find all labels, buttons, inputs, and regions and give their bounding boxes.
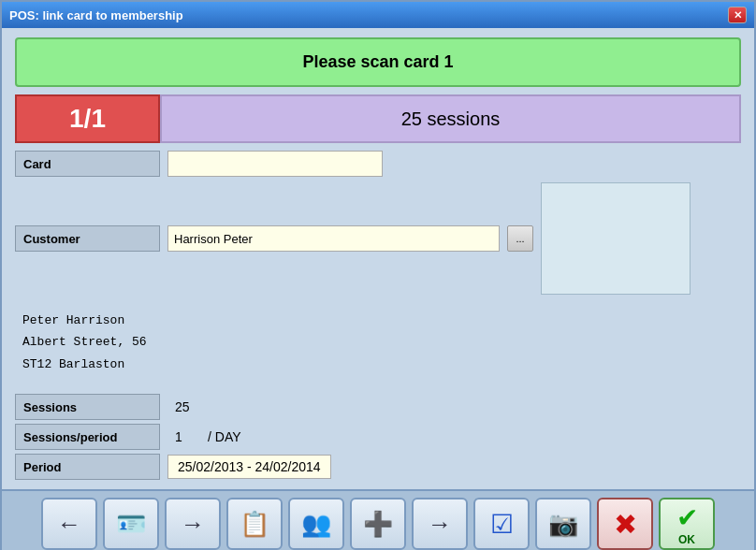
group-button[interactable]: 👥 [288,498,344,550]
membership-counter: 1/1 [15,94,160,143]
list-button[interactable]: 📋 [226,498,283,550]
membership-row: 1/1 25 sessions [15,94,741,143]
group-icon: 👥 [301,510,331,539]
sessions-period-label: Sessions/period [15,424,160,450]
webcam-button[interactable]: 📷 [535,498,591,550]
sessions-period-row: Sessions/period 1 / DAY [15,424,741,450]
next-button[interactable] [412,498,468,550]
customer-row: Customer ... [15,182,741,295]
sessions-label: Sessions [15,394,160,420]
toolbar: 🪪 📋 👥 ➕ ☑ 📷 ✖ ✔ OK [2,489,754,550]
cancel-button[interactable]: ✖ [597,498,653,550]
form-area: Card Customer ... [15,151,741,295]
sessions-period-value: 1 / DAY [167,426,249,448]
customer-photo [541,182,691,295]
add-icon: ➕ [363,510,393,539]
id-card-button[interactable]: 🪪 [103,498,159,550]
browse-button[interactable]: ... [507,225,533,252]
back-button[interactable] [41,498,97,550]
back-icon [57,510,81,539]
ok-btn-inner: ✔ OK [676,502,698,546]
title-controls: ✕ [728,7,747,23]
sessions-row: Sessions 25 [15,394,741,420]
address-box: Peter Harrison Albert Street, 56 ST12 Ba… [15,302,741,383]
card-row: Card [15,151,741,177]
card-input[interactable] [167,151,383,177]
window-title: POS: link card to membership [9,8,183,22]
add-button[interactable]: ➕ [350,498,406,550]
info-section: Peter Harrison Albert Street, 56 ST12 Ba… [15,302,741,383]
ok-icon: ✔ [676,502,698,533]
forward-icon [181,510,205,539]
content-area: Please scan card 1 1/1 25 sessions Card … [2,28,754,489]
period-value: 25/02/2013 - 24/02/2014 [167,455,331,479]
ok-button[interactable]: ✔ OK [659,498,715,550]
id-icon: 🪪 [116,510,146,539]
check-button[interactable]: ☑ [473,498,530,550]
close-button[interactable]: ✕ [728,7,747,23]
webcam-icon: 📷 [548,510,578,539]
forward-button[interactable] [165,498,221,550]
customer-label: Customer [15,225,160,252]
address-line3: ST12 Barlaston [22,354,741,375]
membership-sessions: 25 sessions [160,94,741,143]
period-row: Period 25/02/2013 - 24/02/2014 [15,454,741,480]
scan-banner: Please scan card 1 [15,37,741,87]
main-window: POS: link card to membership ✕ Please sc… [0,0,756,550]
list-icon: 📋 [240,510,269,539]
next-icon [428,510,452,539]
address-line2: Albert Street, 56 [22,331,741,353]
ok-label: OK [678,533,695,546]
customer-input[interactable] [167,225,500,252]
address-line1: Peter Harrison [22,310,741,331]
title-bar: POS: link card to membership ✕ [2,2,754,28]
cancel-icon: ✖ [614,508,637,541]
card-label: Card [15,151,160,177]
details-section: Sessions 25 Sessions/period 1 / DAY Peri… [15,394,741,480]
period-label: Period [15,454,160,480]
check-icon: ☑ [490,509,514,540]
sessions-value: 25 [167,396,197,418]
